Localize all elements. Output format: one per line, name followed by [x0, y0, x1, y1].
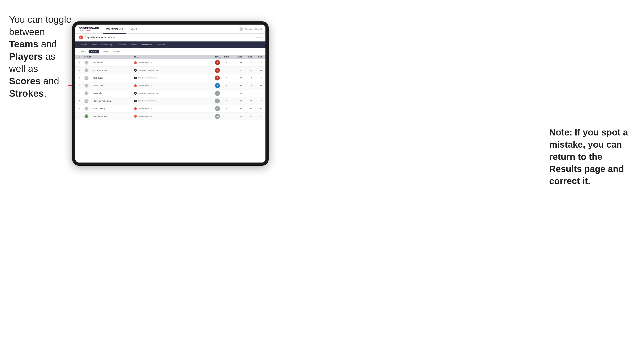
team-cell: SU Scoreboard University [A]	[134, 100, 179, 102]
player-avatar	[84, 76, 88, 80]
sub-tab-tee-groups[interactable]: Tee Groups	[114, 41, 128, 48]
table-body: 1 Elliot Ebert C Clippd College [A] -8 F…	[76, 59, 266, 163]
svg-point-4	[86, 69, 87, 71]
svg-point-2	[86, 61, 87, 63]
team-logo-icon: SU	[134, 77, 137, 79]
cancel-button[interactable]: Cancel ×	[254, 36, 262, 38]
logo-sub: Powered by clippd	[79, 29, 99, 31]
team-name: Clippd College [A]	[138, 108, 152, 110]
player-name: Cameron Robertson	[94, 100, 134, 102]
sub-tab-results[interactable]: Results	[128, 41, 139, 48]
player-name: Blair McHarg	[94, 108, 134, 110]
player-avatar	[84, 99, 88, 103]
user-label: Test User |	[245, 28, 254, 30]
top-nav: SCOREBOARD Powered by clippd TOURNAMENTS…	[76, 24, 266, 34]
total-score-badge: +11	[215, 114, 220, 119]
tournament-logo: C	[79, 35, 83, 39]
thru-value: F	[221, 85, 232, 87]
thru-value: F	[221, 108, 232, 110]
team-name: Clippd College [A]	[138, 85, 152, 87]
sign-out-link[interactable]: Sign out	[255, 28, 262, 30]
user-avatar	[240, 27, 243, 31]
svg-point-14	[86, 107, 87, 109]
rd2-value: E	[242, 92, 252, 94]
col-thru: THRU	[221, 56, 232, 58]
table-row[interactable]: 4 David Ford C Clippd College [A] E F +1…	[76, 82, 266, 89]
rd1-value: +1	[232, 77, 242, 79]
row-number: 8	[79, 115, 84, 117]
rd3-value: +3	[252, 85, 262, 87]
player-avatar	[84, 61, 88, 65]
rd1-value: +5	[232, 100, 242, 102]
table-row[interactable]: 8 Marcus Turners C Clippd College [A] +1…	[76, 113, 266, 120]
team-cell: SU Scoreboard University [A]	[134, 69, 179, 72]
col-rd3: RD3	[252, 56, 262, 58]
table-row[interactable]: 6 Cameron Robertson SU Scoreboard Univer…	[76, 97, 266, 105]
total-score-badge: -4	[215, 68, 220, 73]
tournament-name: Clippd Invitational	[85, 36, 106, 39]
player-name: Elliot Ebert	[94, 62, 134, 64]
player-name: Rees Britt	[94, 92, 134, 94]
table-row[interactable]: 7 Blair McHarg C Clippd College [A] +9 F…	[76, 105, 266, 113]
total-score-badge: -2	[215, 75, 220, 80]
team-cell: C Clippd College [A]	[134, 84, 179, 87]
sub-tab-leaderboards[interactable]: Leaderboards	[139, 41, 154, 48]
thru-value: F	[221, 77, 232, 79]
rd3-value: -4	[252, 69, 262, 71]
rd1-value: +1	[232, 85, 242, 87]
svg-point-6	[86, 77, 87, 78]
table-row[interactable]: 2 Chris Robertson SU Scoreboard Universi…	[76, 66, 266, 74]
right-annotation: Note: If you spot a mistake, you can ret…	[549, 126, 635, 187]
toggle-row: Teams Players Scores Strokes	[76, 48, 266, 55]
col-team: TEAM	[134, 56, 179, 58]
rd1-value: -5	[232, 69, 242, 71]
svg-point-16	[86, 115, 87, 117]
rd3-value: -5	[252, 62, 262, 64]
sub-nav: Details Teams Course Setup Tee Groups Re…	[76, 41, 266, 48]
table-header: # PLAYER TEAM TOTAL THRU RD1 RD2 RD3	[76, 55, 266, 59]
toggle-strokes-button[interactable]: Strokes	[112, 50, 122, 53]
rd2-value: +7	[242, 115, 252, 117]
team-cell: C Clippd College [A]	[134, 107, 179, 110]
logo-title: SCOREBOARD	[79, 27, 99, 29]
sub-tab-printables[interactable]: Printables	[154, 41, 167, 48]
team-name: Scoreboard University [A]	[138, 69, 158, 71]
svg-point-12	[86, 100, 87, 101]
col-num: #	[79, 56, 84, 58]
sub-tab-course-setup[interactable]: Course Setup	[99, 41, 114, 48]
rd2-value: +5	[242, 69, 252, 71]
nav-tab-tournaments[interactable]: TOURNAMENTS	[103, 24, 126, 34]
svg-point-10	[86, 92, 87, 94]
row-number: 7	[79, 108, 84, 110]
team-name: Scoreboard University [A]	[138, 77, 158, 79]
sub-tab-details[interactable]: Details	[79, 41, 89, 48]
sub-tab-teams[interactable]: Teams	[89, 41, 99, 48]
table-row[interactable]: 1 Elliot Ebert C Clippd College [A] -8 F…	[76, 59, 266, 66]
row-number: 6	[79, 100, 84, 102]
row-number: 2	[79, 69, 84, 71]
tournament-category: (Men)	[108, 36, 115, 39]
toggle-players-button[interactable]: Players	[90, 50, 100, 53]
player-avatar	[84, 114, 88, 118]
nav-tab-teams[interactable]: TEAMS	[126, 24, 140, 34]
team-name: Clippd College [A]	[138, 62, 152, 64]
table-row[interactable]: 3 Rich Butler SU Scoreboard University […	[76, 74, 266, 82]
team-name: Clippd College [A]	[138, 115, 152, 117]
player-avatar	[84, 91, 88, 95]
team-logo-icon: C	[134, 61, 137, 64]
toggle-teams-button[interactable]: Teams	[79, 50, 88, 53]
col-player: PLAYER	[84, 56, 134, 58]
total-score-badge: -8	[215, 60, 220, 65]
total-score-badge: +6	[215, 99, 220, 103]
table-row[interactable]: 5 Rees Britt SU Scoreboard University [A…	[76, 89, 266, 97]
team-cell: C Clippd College [A]	[134, 61, 179, 64]
thru-value: F	[221, 92, 232, 94]
team-logo-icon: SU	[134, 100, 137, 102]
player-avatar	[84, 107, 88, 111]
player-name: Rich Butler	[94, 77, 134, 79]
rd3-value: -1	[252, 77, 262, 79]
toggle-scores-button[interactable]: Scores	[101, 50, 111, 53]
svg-point-8	[86, 84, 87, 86]
rd3-value: E	[252, 92, 262, 94]
team-cell: SU Scoreboard University [A]	[134, 92, 179, 95]
